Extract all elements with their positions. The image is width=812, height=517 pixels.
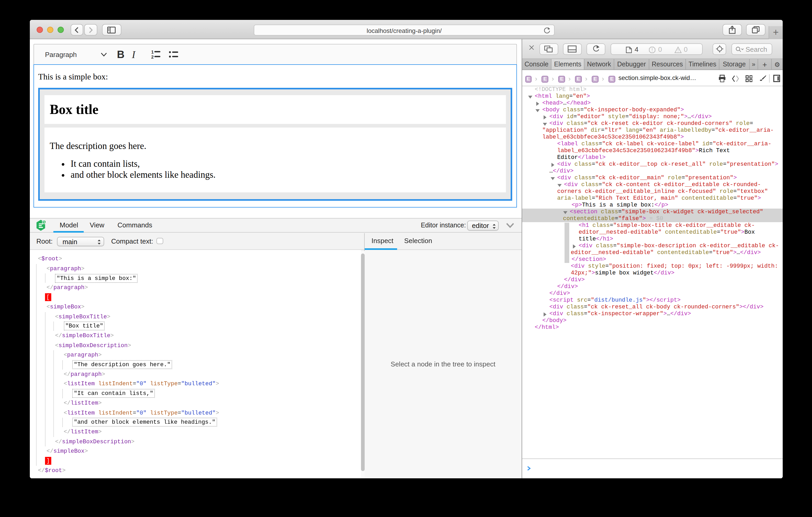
svg-text:5: 5 [43, 221, 45, 224]
svg-text:!: ! [651, 47, 653, 53]
svg-text:!: ! [677, 48, 678, 53]
svg-text:2: 2 [151, 55, 153, 59]
svg-text:1: 1 [151, 50, 153, 55]
